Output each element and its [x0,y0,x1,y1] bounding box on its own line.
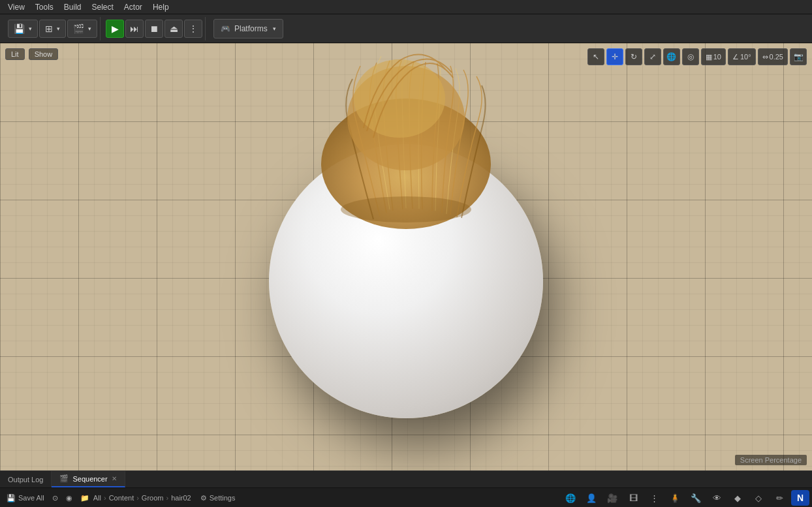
platforms-icon: 🎮 [221,24,230,33]
global-mode-button[interactable]: 🌐 [663,48,680,65]
toolbar: 💾 ▾ ⊞ ▾ 🎬 ▾ ▶ ⏭ ⏹ ⏏ ⋮ 🎮 Platforms ▾ [0,14,812,43]
sphere-object [269,144,543,418]
more-status-button[interactable]: ⋮ [645,490,663,506]
angle-button[interactable]: ∠ 10° [728,48,756,65]
angle-value: 10° [740,53,751,61]
output-log-tab[interactable]: Output Log [0,471,52,487]
breadcrumb-groom[interactable]: Groom [142,494,164,502]
menu-help[interactable]: Help [148,1,174,13]
sequencer-icon: 🎬 [59,474,69,483]
platforms-label: Platforms [234,24,268,33]
viewport-lit-label[interactable]: Lit [5,48,25,60]
menu-build[interactable]: Build [59,1,87,13]
toolbar-group-playback: ▶ ⏭ ⏹ ⏏ ⋮ [103,17,206,40]
menu-view[interactable]: View [3,1,30,13]
eye-button[interactable]: 👁 [708,490,726,506]
screen-percentage-label: Screen Percentage [735,455,807,465]
bottom-panel: Output Log 🎬 Sequencer ✕ 💾 Save All ⊙ ◉ … [0,470,812,507]
source-icon: 🎬 [73,23,84,34]
scale-icon: ⇔ [762,53,768,61]
sequencer-tab[interactable]: 🎬 Sequencer ✕ [52,471,125,487]
scale-mode-button[interactable]: ⤢ [644,48,661,65]
globe-button[interactable]: 🌐 [561,490,580,506]
save-icon-status: ⊙ [52,494,58,502]
content-icon: ⊞ [45,23,53,34]
pencil-button[interactable]: ✏ [770,490,789,506]
viewport-show-label[interactable]: Show [29,48,59,60]
diamond-button[interactable]: ◇ [749,490,768,506]
transform-mode-button[interactable]: ✛ [606,48,623,65]
n-badge-button[interactable]: N [791,490,809,506]
viewport-top-right-controls: ↖ ✛ ↻ ⤢ 🌐 ◎ ▦ 10 ∠ 10° ⇔ 0.25 📷 [587,48,807,65]
menu-select[interactable]: Select [87,1,119,13]
sequencer-label: Sequencer [72,475,107,483]
statusbar: 💾 Save All ⊙ ◉ 📁 All › Content › Groom ›… [0,488,812,507]
panel-tabs-row: Output Log 🎬 Sequencer ✕ [0,471,812,488]
select-mode-button[interactable]: ↖ [587,48,604,65]
eject-button[interactable]: ⏏ [164,20,183,38]
film-button[interactable]: 🎞 [624,490,642,506]
toolbar-group-save: 💾 ▾ ⊞ ▾ 🎬 ▾ [5,17,101,40]
play-button[interactable]: ▶ [106,20,124,38]
breadcrumb-sep-2: › [136,494,139,502]
camera-status-button[interactable]: 🎥 [603,490,621,506]
local-mode-button[interactable]: ◎ [682,48,699,65]
breadcrumb-sep-1: › [104,494,106,502]
breadcrumb-all[interactable]: All [93,494,101,502]
rotate-mode-button[interactable]: ↻ [625,48,642,65]
sequencer-close-button[interactable]: ✕ [112,475,117,482]
scale-button[interactable]: ⇔ 0.25 [758,48,788,65]
platforms-arrow: ▾ [273,25,276,32]
settings-icon: ⚙ [200,494,207,502]
grid-icon: ▦ [706,53,712,61]
platforms-button[interactable]: 🎮 Platforms ▾ [213,19,283,38]
save-icon: 💾 [14,23,25,34]
settings-label: Settings [210,494,236,502]
angle-icon: ∠ [732,53,739,61]
output-log-label: Output Log [8,476,43,484]
save-all-label: Save All [18,494,44,502]
menu-bar: View Tools Build Select Actor Help [0,0,812,14]
statusbar-right: 🌐 👤 🎥 🎞 ⋮ 🧍 🔧 👁 ◆ ◇ ✏ N [561,490,809,506]
content-arrow: ▾ [57,25,60,32]
save-all-icon: 💾 [7,494,16,502]
toggle-icon: ◉ [66,494,72,502]
breadcrumb-content[interactable]: Content [109,494,134,502]
source-arrow: ▾ [88,25,91,32]
grid-size-button[interactable]: ▦ 10 [701,48,726,65]
breadcrumb-sep-3: › [166,494,168,502]
viewport-top-left-controls: Lit Show [5,48,58,60]
menu-actor[interactable]: Actor [119,1,148,13]
wrench-button[interactable]: 🔧 [687,490,705,506]
skip-forward-button[interactable]: ⏭ [125,20,144,38]
scene-canvas [0,43,812,470]
dot-button[interactable]: ◆ [728,490,747,506]
source-button[interactable]: 🎬 ▾ [67,20,97,38]
more-options-button[interactable]: ⋮ [184,20,202,38]
content-button[interactable]: ⊞ ▾ [39,20,66,38]
save-arrow: ▾ [29,25,32,32]
figure-button[interactable]: 🧍 [666,490,684,506]
toggle-btn[interactable]: ◉ [62,490,76,506]
stop-button[interactable]: ⏹ [145,20,163,38]
folder-btn[interactable]: 📁 [76,490,93,506]
grid-value: 10 [713,53,721,61]
menu-tools[interactable]: Tools [30,1,59,13]
save-all-btn[interactable]: ⊙ [48,490,62,506]
breadcrumb-hair02[interactable]: hair02 [171,494,191,502]
save-dropdown-button[interactable]: 💾 ▾ [8,20,38,38]
folder-icon: 📁 [80,494,89,502]
camera-button[interactable]: 📷 [790,48,807,65]
viewport: Lit Show ↖ ✛ ↻ ⤢ 🌐 ◎ ▦ 10 ∠ 10° ⇔ 0.25 📷… [0,43,812,470]
save-all-button[interactable]: 💾 Save All [3,490,48,506]
svg-point-6 [354,59,445,138]
breadcrumb: All › Content › Groom › hair02 [93,494,191,502]
settings-button[interactable]: ⚙ Settings [196,490,240,506]
scale-value: 0.25 [770,53,783,61]
character-button[interactable]: 👤 [582,490,601,506]
